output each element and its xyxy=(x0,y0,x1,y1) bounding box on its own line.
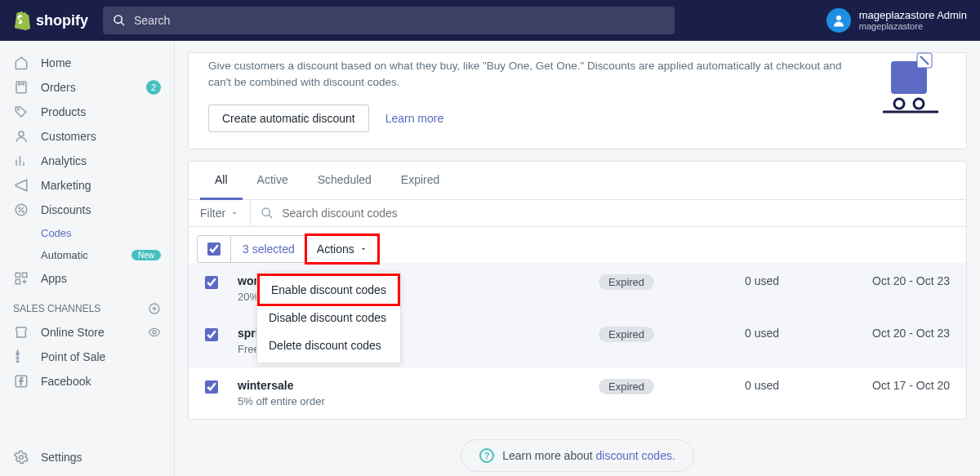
action-delete[interactable]: Delete discount codes xyxy=(257,331,400,359)
tab-active[interactable]: Active xyxy=(243,162,303,199)
row-usage: 0 used xyxy=(697,379,827,392)
sidebar-item-automatic[interactable]: Automatic New xyxy=(0,244,174,266)
svg-rect-15 xyxy=(16,280,20,284)
status-badge: Expired xyxy=(599,327,654,342)
intro-text: Give customers a discount based on what … xyxy=(208,53,845,91)
products-icon xyxy=(13,105,29,119)
sidebar-item-label: Facebook xyxy=(41,375,91,388)
chevron-down-icon xyxy=(359,245,368,253)
create-discount-button[interactable]: Create automatic discount xyxy=(208,105,369,132)
apps-icon xyxy=(13,271,29,286)
svg-rect-14 xyxy=(23,273,27,277)
svg-point-11 xyxy=(19,207,20,209)
sidebar-item-online-store[interactable]: Online Store xyxy=(0,320,174,345)
sidebar-item-codes[interactable]: Codes xyxy=(0,222,174,244)
tab-all[interactable]: All xyxy=(200,162,243,200)
sidebar-item-label: Point of Sale xyxy=(41,350,105,363)
sidebar-item-settings[interactable]: Settings xyxy=(0,445,174,476)
home-icon xyxy=(13,56,29,70)
footer-text: Learn more about discount codes. xyxy=(502,449,675,462)
filter-search[interactable] xyxy=(251,200,966,226)
user-name: mageplazastore Admin xyxy=(859,9,967,22)
learn-more-pill[interactable]: ? Learn more about discount codes. xyxy=(461,439,694,472)
svg-rect-13 xyxy=(16,273,20,277)
selection-count[interactable]: 3 selected xyxy=(231,236,307,262)
sidebar-item-label: Automatic xyxy=(41,249,88,261)
search-input[interactable] xyxy=(134,14,665,27)
action-enable[interactable]: Enable discount codes xyxy=(257,274,400,306)
bulk-actions-bar: 3 selected Actions Enable discount codes… xyxy=(197,235,378,263)
avatar xyxy=(826,8,851,33)
sidebar-item-label: Products xyxy=(41,105,86,118)
sidebar-item-orders[interactable]: Orders 2 xyxy=(0,75,174,100)
main-content: Give customers a discount based on what … xyxy=(175,41,980,476)
topbar: shopify mageplazastore Admin mageplazast… xyxy=(0,0,980,41)
discount-search-input[interactable] xyxy=(282,207,956,220)
row-checkbox[interactable] xyxy=(205,379,238,396)
table-row[interactable]: wintersale 5% off entire order Expired 0… xyxy=(189,367,966,419)
view-store-icon[interactable] xyxy=(148,326,161,339)
gear-icon xyxy=(13,450,29,465)
svg-point-4 xyxy=(18,109,20,110)
logo[interactable]: shopify xyxy=(13,11,88,30)
row-usage: 0 used xyxy=(697,327,827,340)
status-badge: Expired xyxy=(599,379,654,394)
learn-more-link[interactable]: Learn more xyxy=(385,112,444,125)
learn-more-footer: ? Learn more about discount codes. xyxy=(188,439,967,472)
tab-expired[interactable]: Expired xyxy=(386,162,454,199)
user-area[interactable]: mageplazastore Admin mageplazastore xyxy=(802,8,967,33)
actions-dropdown-menu: Enable discount codes Disable discount c… xyxy=(256,272,401,363)
search-container xyxy=(103,7,675,34)
channels-heading: SALES CHANNELS xyxy=(0,291,174,320)
action-disable[interactable]: Disable discount codes xyxy=(257,304,400,331)
facebook-icon xyxy=(13,374,29,389)
shopify-icon xyxy=(13,11,31,30)
sidebar-item-label: Analytics xyxy=(41,154,87,167)
customers-icon xyxy=(13,129,29,144)
row-sub: 5% off entire order xyxy=(238,395,599,407)
svg-point-21 xyxy=(153,331,156,334)
chevron-down-icon xyxy=(230,209,238,217)
sidebar-item-label: Discounts xyxy=(41,203,91,216)
sidebar-item-marketing[interactable]: Marketing xyxy=(0,173,174,198)
pos-icon xyxy=(13,349,29,364)
sidebar-item-label: Codes xyxy=(41,227,72,239)
sidebar-item-pos[interactable]: Point of Sale xyxy=(0,345,174,369)
sidebar-item-home[interactable]: Home xyxy=(0,51,174,75)
svg-point-27 xyxy=(894,99,904,109)
filter-button[interactable]: Filter xyxy=(189,200,251,226)
row-checkbox[interactable] xyxy=(205,274,238,291)
orders-icon xyxy=(13,80,29,95)
row-usage: 0 used xyxy=(697,274,827,287)
search-bar[interactable] xyxy=(103,7,675,34)
sidebar-item-products[interactable]: Products xyxy=(0,100,174,124)
intro-card: Give customers a discount based on what … xyxy=(188,52,967,149)
help-icon: ? xyxy=(479,448,494,463)
sidebar-item-apps[interactable]: Apps xyxy=(0,266,174,291)
row-date: Oct 20 - Oct 23 xyxy=(827,327,950,340)
sidebar-item-label: Online Store xyxy=(41,326,105,339)
row-checkbox[interactable] xyxy=(205,327,238,344)
row-date: Oct 20 - Oct 23 xyxy=(827,274,950,287)
sidebar-item-label: Home xyxy=(41,56,71,69)
sidebar-item-label: Marketing xyxy=(41,179,91,192)
sidebar-item-label: Orders xyxy=(41,81,76,94)
brand-label: shopify xyxy=(36,12,88,29)
actions-dropdown-button[interactable]: Actions xyxy=(305,234,380,265)
sidebar-item-label: Settings xyxy=(41,451,82,464)
sidebar-item-discounts[interactable]: Discounts xyxy=(0,198,174,222)
discounts-icon xyxy=(13,202,29,217)
tab-scheduled[interactable]: Scheduled xyxy=(303,162,386,199)
row-date: Oct 17 - Oct 20 xyxy=(827,379,950,392)
select-all-checkbox[interactable] xyxy=(198,236,231,262)
svg-point-0 xyxy=(114,16,122,23)
sidebar-item-facebook[interactable]: Facebook xyxy=(0,369,174,394)
svg-point-23 xyxy=(20,456,24,460)
sidebar-item-customers[interactable]: Customers xyxy=(0,124,174,149)
filter-label: Filter xyxy=(200,207,225,220)
user-text: mageplazastore Admin mageplazastore xyxy=(859,9,967,33)
add-channel-icon[interactable] xyxy=(148,302,161,315)
sidebar-item-analytics[interactable]: Analytics xyxy=(0,149,174,173)
discount-codes-link[interactable]: discount codes. xyxy=(596,449,675,462)
search-icon xyxy=(261,207,274,220)
